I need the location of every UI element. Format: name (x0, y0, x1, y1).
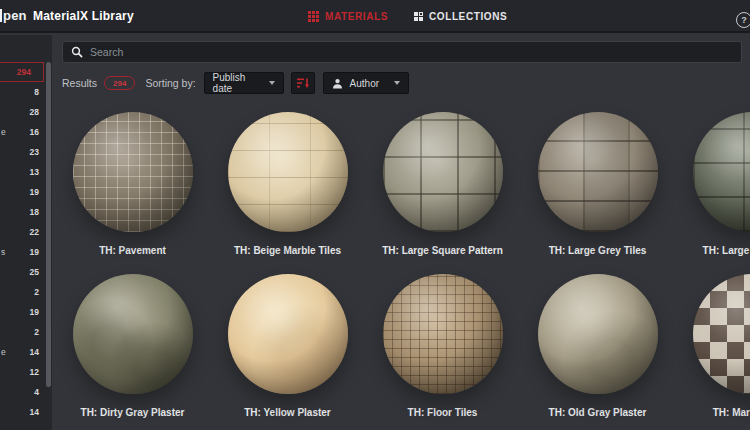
material-sphere-preview[interactable] (693, 112, 750, 232)
collections-squares-icon (414, 12, 423, 21)
category-label-fragment: e (1, 127, 6, 137)
help-icon[interactable]: ? (736, 12, 750, 28)
sidebar-category-row[interactable]: 18 (0, 202, 52, 222)
tab-collections[interactable]: COLLECTIONS (414, 11, 507, 22)
sort-descending-icon (296, 77, 310, 89)
material-sphere-preview[interactable] (73, 112, 193, 232)
person-icon (332, 78, 343, 89)
top-header: pen MaterialX Library MATERIALS COLLECTI… (0, 0, 750, 33)
category-count: 4 (34, 387, 39, 397)
results-label: Results (62, 77, 97, 89)
material-card[interactable]: TH: Dirty Gray Plaster (55, 268, 210, 430)
category-count: 2 (34, 327, 39, 337)
sidebar-selected-category[interactable]: 294 (0, 62, 44, 82)
material-sphere-preview[interactable] (228, 274, 348, 394)
category-count: 22 (30, 227, 39, 237)
material-sphere-preview[interactable] (538, 112, 658, 232)
material-sphere-preview[interactable] (383, 112, 503, 232)
sidebar-category-row[interactable]: 14 (0, 402, 52, 422)
tab-materials[interactable]: MATERIALS (308, 11, 388, 22)
material-sphere-preview[interactable] (228, 112, 348, 232)
category-count: 8 (34, 87, 39, 97)
main-nav-tabs: MATERIALS COLLECTIONS (308, 0, 507, 33)
sidebar-category-row[interactable]: 22 (0, 222, 52, 242)
materials-grid: TH: PavementTH: Beige Marble TilesTH: La… (55, 106, 750, 430)
gpuopen-logo-fragment[interactable]: pen (3, 8, 27, 23)
material-card[interactable]: TH: Yellow Plaster (210, 268, 365, 430)
sidebar-category-row[interactable]: s19 (0, 242, 52, 262)
search-input[interactable] (90, 46, 733, 58)
sidebar-category-row[interactable]: 4 (0, 382, 52, 402)
material-card[interactable]: TH: Pavement (55, 106, 210, 268)
sidebar-category-row[interactable]: 13 (0, 162, 52, 182)
material-sphere-preview[interactable] (73, 274, 193, 394)
category-count: 14 (30, 347, 39, 357)
results-count-badge: 294 (104, 76, 135, 90)
material-name: TH: Old Gray Plaster (549, 407, 647, 418)
material-sphere-preview[interactable] (383, 274, 503, 394)
search-bar[interactable] (62, 41, 742, 63)
sort-direction-button[interactable] (291, 72, 315, 94)
category-count: 2 (34, 287, 39, 297)
material-sphere-preview[interactable] (538, 274, 658, 394)
sorting-by-label: Sorting by: (145, 77, 195, 89)
search-icon (71, 46, 83, 58)
material-card[interactable]: TH: Large Square Pattern (365, 106, 520, 268)
material-sphere-preview[interactable] (693, 274, 750, 394)
sidebar-category-row[interactable]: 19 (0, 302, 52, 322)
app-title: MaterialX Library (33, 9, 134, 23)
material-name: TH: Marble Floor (713, 407, 750, 418)
category-count: 18 (30, 207, 39, 217)
category-count: 19 (30, 187, 39, 197)
material-name: TH: Large Grey Tiles (549, 245, 647, 256)
sidebar-category-row[interactable]: 25 (0, 262, 52, 282)
category-label-fragment: s (1, 247, 5, 257)
sidebar-category-list: 828e162313191822s19252192e1412414 (0, 82, 52, 422)
material-card[interactable]: TH: Marble Floor (675, 268, 750, 430)
tab-materials-label: MATERIALS (325, 11, 388, 22)
sidebar-category-row[interactable]: 2 (0, 282, 52, 302)
sidebar-category-row[interactable]: 28 (0, 102, 52, 122)
material-name: TH: Large Floor Tiles (703, 245, 750, 256)
material-name: TH: Pavement (99, 245, 166, 256)
sidebar-category-row[interactable]: 12 (0, 362, 52, 382)
material-name: TH: Floor Tiles (408, 407, 478, 418)
material-card[interactable]: TH: Old Gray Plaster (520, 268, 675, 430)
author-filter-value: Author (350, 78, 379, 89)
logo-fragment-bar (0, 9, 2, 22)
sidebar-scrollbar[interactable] (46, 62, 51, 387)
category-label-fragment: e (1, 347, 6, 357)
results-toolbar: Results 294 Sorting by: Publish date Aut… (62, 71, 409, 95)
category-count: 19 (30, 247, 39, 257)
material-card[interactable]: TH: Beige Marble Tiles (210, 106, 365, 268)
category-count: 13 (30, 167, 39, 177)
category-count: 12 (30, 367, 39, 377)
material-card[interactable]: TH: Large Floor Tiles (675, 106, 750, 268)
category-count: 23 (30, 147, 39, 157)
sidebar-category-row[interactable]: 2 (0, 322, 52, 342)
material-card[interactable]: TH: Floor Tiles (365, 268, 520, 430)
category-count: 16 (30, 127, 39, 137)
category-count: 14 (30, 407, 39, 417)
tab-collections-label: COLLECTIONS (429, 11, 507, 22)
sort-field-dropdown[interactable]: Publish date (204, 72, 284, 94)
material-card[interactable]: TH: Large Grey Tiles (520, 106, 675, 268)
category-count: 294 (17, 67, 31, 77)
material-name: TH: Yellow Plaster (244, 407, 331, 418)
sort-field-value: Publish date (213, 72, 262, 94)
author-filter-dropdown[interactable]: Author (323, 72, 409, 94)
sidebar-category-row[interactable]: 23 (0, 142, 52, 162)
chevron-down-icon (269, 81, 275, 85)
materials-grid-icon (308, 11, 319, 22)
category-sidebar: 294 828e162313191822s19252192e1412414 (0, 35, 52, 430)
category-count: 28 (30, 107, 39, 117)
sidebar-category-row[interactable]: 19 (0, 182, 52, 202)
sidebar-category-row[interactable]: 8 (0, 82, 52, 102)
category-count: 25 (30, 267, 39, 277)
material-name: TH: Large Square Pattern (382, 245, 503, 256)
sidebar-category-row[interactable]: e14 (0, 342, 52, 362)
material-name: TH: Dirty Gray Plaster (81, 407, 185, 418)
category-count: 19 (30, 307, 39, 317)
chevron-down-icon (394, 81, 400, 85)
sidebar-category-row[interactable]: e16 (0, 122, 52, 142)
